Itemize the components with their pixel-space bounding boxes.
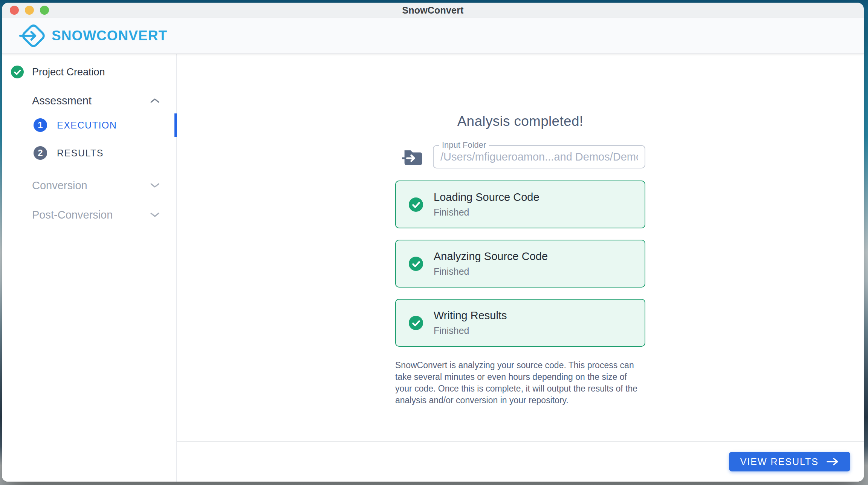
minimize-window-button[interactable] xyxy=(25,6,34,15)
sidebar-section-post-conversion[interactable]: Post-Conversion xyxy=(2,207,176,223)
check-circle-icon xyxy=(409,197,423,212)
section-label: Conversion xyxy=(32,179,87,192)
sidebar: Project Creation Assessment 1 EXECUTION … xyxy=(2,54,177,482)
section-label: Assessment xyxy=(32,95,92,107)
arrow-right-icon xyxy=(826,457,839,467)
sidebar-section-conversion[interactable]: Conversion xyxy=(2,177,176,193)
zoom-window-button[interactable] xyxy=(40,6,49,15)
card-title: Loading Source Code xyxy=(434,191,539,203)
sidebar-section-assessment[interactable]: Assessment xyxy=(2,93,176,108)
snowconvert-logo-icon xyxy=(19,24,46,47)
main-panel: Analysis completed! Input Folder xyxy=(177,54,864,482)
brand-name: SNOWCONVERT xyxy=(52,28,167,44)
page-title: Analysis completed! xyxy=(395,113,645,129)
window-title: SnowConvert xyxy=(402,5,463,16)
step-number-badge: 1 xyxy=(34,118,47,132)
process-description: SnowConvert is analyzing your source cod… xyxy=(395,360,645,406)
input-folder-field[interactable] xyxy=(440,151,638,163)
chevron-up-icon xyxy=(150,97,160,104)
input-folder-field-outline: Input Folder xyxy=(433,145,645,168)
sidebar-step-results[interactable]: 2 RESULTS xyxy=(2,139,176,167)
step-label: RESULTS xyxy=(57,148,104,159)
step-label: EXECUTION xyxy=(57,120,117,131)
check-circle-icon xyxy=(409,257,423,271)
card-status: Finished xyxy=(434,266,548,277)
check-circle-icon xyxy=(11,66,24,78)
input-folder-label: Input Folder xyxy=(439,140,489,150)
view-results-button[interactable]: VIEW RESULTS xyxy=(729,452,850,471)
card-status: Finished xyxy=(434,207,539,218)
check-circle-icon xyxy=(409,316,423,330)
card-title: Writing Results xyxy=(434,309,507,322)
chevron-down-icon xyxy=(150,182,160,189)
section-label: Post-Conversion xyxy=(32,209,113,221)
status-card-analyzing: Analyzing Source Code Finished xyxy=(395,240,645,288)
status-card-loading: Loading Source Code Finished xyxy=(395,181,645,228)
status-card-writing: Writing Results Finished xyxy=(395,299,645,347)
sidebar-item-project-creation[interactable]: Project Creation xyxy=(2,65,176,79)
footer-bar: VIEW RESULTS xyxy=(177,441,864,482)
sidebar-step-execution[interactable]: 1 EXECUTION xyxy=(2,111,176,139)
titlebar: SnowConvert xyxy=(2,3,864,18)
app-window: SnowConvert SNOWCONVERT Project Crea xyxy=(2,3,864,482)
step-number-badge: 2 xyxy=(34,146,47,160)
sidebar-item-label: Project Creation xyxy=(32,66,105,78)
input-folder-row: Input Folder xyxy=(395,145,645,168)
folder-arrow-icon xyxy=(402,148,423,166)
card-title: Analyzing Source Code xyxy=(434,250,548,263)
card-status: Finished xyxy=(434,325,507,336)
view-results-label: VIEW RESULTS xyxy=(740,456,819,467)
status-cards: Loading Source Code Finished xyxy=(395,181,645,347)
traffic-lights xyxy=(10,6,49,15)
app-header: SNOWCONVERT xyxy=(2,18,864,54)
chevron-down-icon xyxy=(150,211,160,218)
close-window-button[interactable] xyxy=(10,6,19,15)
